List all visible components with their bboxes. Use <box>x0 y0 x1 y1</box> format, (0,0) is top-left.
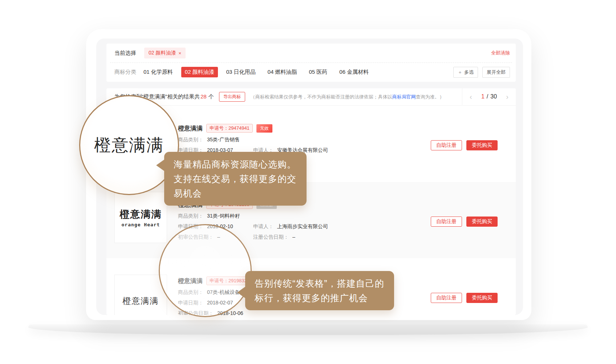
multi-select-button[interactable]: ＋ 多选 <box>453 67 478 78</box>
field-label: 注册公告日期： <box>253 234 289 240</box>
field-value: 上海雨步实业有限公司 <box>277 223 328 229</box>
page-background: 当前选择 02 颜料油漆 × 全部清除 商标分类 01 化学原料 02 颜料油漆… <box>0 0 616 364</box>
current-selection-row: 当前选择 02 颜料油漆 × 全部清除 <box>106 44 516 62</box>
results-header: 为您检索到“橙意满满”相关的结果共28个 导出商标 （商标检索结果仅供参考，不作… <box>106 88 516 106</box>
selected-filter-tag-label: 02 颜料油漆 <box>149 50 176 56</box>
prev-page-icon[interactable]: ‹ <box>470 93 472 100</box>
export-trademark-button[interactable]: 导出商标 <box>219 92 245 102</box>
tooltip-arrow-icon <box>237 286 246 299</box>
category-field: 商品类别：35类-广告销售 <box>178 136 432 143</box>
remove-filter-icon[interactable]: × <box>178 51 181 56</box>
category-item-05[interactable]: 05 医药 <box>309 69 327 76</box>
application-number-label: 申请号： <box>210 125 228 131</box>
next-page-icon[interactable]: › <box>506 93 508 100</box>
current-page: 1 <box>481 93 485 100</box>
field-value: – <box>292 234 295 240</box>
row-actions: 自助注册 委托购买 <box>431 140 498 150</box>
page-indicator: 1 / 30 <box>481 93 497 100</box>
category-item-06[interactable]: 06 金属材料 <box>339 69 369 76</box>
category-item-02-selected[interactable]: 02 颜料油漆 <box>181 67 218 77</box>
trademark-image: 橙意满满 orange Heart <box>114 192 167 243</box>
disclaimer-text-pre: （商标检索结果仅供参考，不作为商标能否注册的法律依据；具体以 <box>251 94 392 100</box>
self-register-button[interactable]: 自助注册 <box>431 293 462 303</box>
tooltip-arrow-icon <box>156 159 165 171</box>
category-label: 商标分类 <box>114 69 136 76</box>
field-value: 35类-广告销售 <box>207 137 240 142</box>
category-field: 商品类别：31类-饲料种籽 <box>178 212 432 219</box>
trademark-name-line: 橙意满满 申请号：29474941 无效 <box>178 106 432 133</box>
trademark-image-text-cn: 橙意满满 <box>123 295 159 307</box>
trademark-image: 橙意满满 <box>114 275 167 315</box>
laptop-base <box>28 324 588 335</box>
selected-filter-tag[interactable]: 02 颜料油漆 × <box>144 48 186 58</box>
trademark-office-link[interactable]: 商标局官网 <box>392 94 416 100</box>
pagination: ‹ 1 / 30 › <box>462 88 516 105</box>
expand-all-button[interactable]: 展开全部 <box>482 67 510 78</box>
field-value: 31类-饲料种籽 <box>207 213 240 219</box>
application-number-tag: 申请号：29474941 <box>206 124 253 133</box>
category-item-03[interactable]: 03 日化用品 <box>226 69 256 76</box>
status-badge: 无效 <box>256 124 272 133</box>
applicant-field: 申请人：上海雨步实业有限公司 <box>253 223 328 230</box>
self-register-button[interactable]: 自助注册 <box>431 140 462 150</box>
multi-select-label: 多选 <box>464 69 474 76</box>
disclaimer-text-post: 查询为准。） <box>416 94 444 100</box>
row-actions: 自助注册 委托购买 <box>431 217 498 227</box>
category-item-01[interactable]: 01 化学原料 <box>143 69 173 76</box>
entrust-purchase-button[interactable]: 委托购买 <box>466 140 498 150</box>
magnified-trademark-text: 橙意满满 <box>94 134 164 157</box>
registration-publication-field: 注册公告日期：– <box>253 233 295 240</box>
field-label: 商品类别： <box>178 213 203 219</box>
self-register-button[interactable]: 自助注册 <box>431 217 462 227</box>
trademark-name[interactable]: 橙意满满 <box>178 124 203 133</box>
plus-icon: ＋ <box>458 69 462 76</box>
results-unit: 个 <box>208 93 214 100</box>
promotion-tooltip-text: 告别传统“发表格”，搭建自己的标行，获得更多的推广机会 <box>255 278 384 303</box>
marketplace-tooltip: 海量精品商标资源随心选购。支持在线交易，获得更多的交易机会 <box>164 152 307 206</box>
category-row: 商标分类 01 化学原料 02 颜料油漆 03 日化用品 04 燃料油脂 05 … <box>106 63 516 81</box>
entrust-purchase-button[interactable]: 委托购买 <box>466 293 498 303</box>
field-label: 商品类别： <box>178 137 203 142</box>
marketplace-tooltip-text: 海量精品商标资源随心选购。支持在线交易，获得更多的交易机会 <box>174 159 296 198</box>
field-label: 申请人： <box>253 223 273 229</box>
magnifier-circle-row <box>159 224 252 317</box>
trademark-image-text-en: orange Heart <box>122 222 160 227</box>
trademark-image-text-cn: 橙意满满 <box>120 208 162 221</box>
results-disclaimer: （商标检索结果仅供参考，不作为商标能否注册的法律依据；具体以商标局官网查询为准。… <box>251 94 444 100</box>
clear-all-button[interactable]: 全部清除 <box>491 50 510 56</box>
category-tools: ＋ 多选 展开全部 <box>453 67 510 78</box>
current-selection-label: 当前选择 <box>114 50 136 57</box>
promotion-tooltip: 告别传统“发表格”，搭建自己的标行，获得更多的推广机会 <box>245 271 394 310</box>
category-item-04[interactable]: 04 燃料油脂 <box>268 69 297 76</box>
total-pages: 30 <box>490 93 497 100</box>
row-actions: 自助注册 委托购买 <box>431 293 498 303</box>
results-count: 28 <box>200 93 207 100</box>
entrust-purchase-button[interactable]: 委托购买 <box>466 217 498 227</box>
application-number: 29474941 <box>228 125 250 131</box>
page-separator: / <box>487 93 488 100</box>
filter-card: 当前选择 02 颜料油漆 × 全部清除 商标分类 01 化学原料 02 颜料油漆… <box>106 44 516 82</box>
